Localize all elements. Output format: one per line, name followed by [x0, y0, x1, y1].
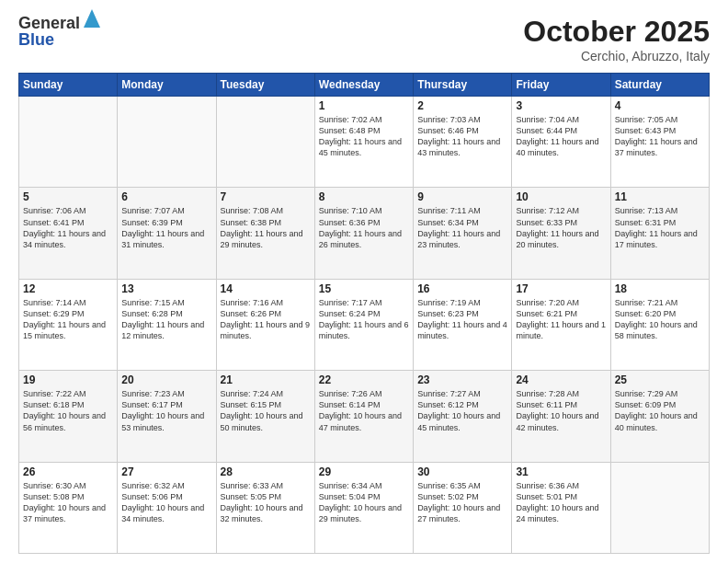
day-info: Sunrise: 7:05 AMSunset: 6:43 PMDaylight:… — [615, 114, 705, 159]
day-number: 10 — [516, 190, 606, 203]
day-info: Sunrise: 7:23 AMSunset: 6:17 PMDaylight:… — [121, 388, 211, 433]
day-info: Sunrise: 7:22 AMSunset: 6:18 PMDaylight:… — [23, 388, 113, 433]
calendar-cell: 21Sunrise: 7:24 AMSunset: 6:15 PMDayligh… — [216, 371, 314, 462]
day-info: Sunrise: 7:19 AMSunset: 6:23 PMDaylight:… — [417, 297, 507, 342]
day-number: 11 — [615, 190, 705, 203]
calendar-cell: 7Sunrise: 7:08 AMSunset: 6:38 PMDaylight… — [216, 188, 314, 279]
day-number: 20 — [121, 373, 211, 386]
calendar-cell: 23Sunrise: 7:27 AMSunset: 6:12 PMDayligh… — [414, 371, 512, 462]
day-info: Sunrise: 7:04 AMSunset: 6:44 PMDaylight:… — [516, 114, 606, 159]
day-info: Sunrise: 7:20 AMSunset: 6:21 PMDaylight:… — [516, 297, 606, 342]
calendar-cell: 11Sunrise: 7:13 AMSunset: 6:31 PMDayligh… — [610, 188, 709, 279]
day-info: Sunrise: 7:17 AMSunset: 6:24 PMDaylight:… — [319, 297, 409, 342]
calendar-cell: 9Sunrise: 7:11 AMSunset: 6:34 PMDaylight… — [414, 188, 512, 279]
calendar-cell — [118, 97, 216, 188]
weekday-header-saturday: Saturday — [610, 74, 709, 97]
day-info: Sunrise: 6:35 AMSunset: 5:02 PMDaylight:… — [417, 480, 507, 525]
day-info: Sunrise: 7:14 AMSunset: 6:29 PMDaylight:… — [23, 297, 113, 342]
day-number: 1 — [319, 99, 409, 112]
day-number: 28 — [221, 465, 311, 478]
logo-triangle-icon — [84, 9, 100, 28]
day-info: Sunrise: 7:13 AMSunset: 6:31 PMDaylight:… — [615, 205, 705, 250]
calendar-cell: 27Sunrise: 6:32 AMSunset: 5:06 PMDayligh… — [118, 462, 216, 553]
day-info: Sunrise: 7:06 AMSunset: 6:41 PMDaylight:… — [23, 205, 113, 250]
day-number: 15 — [319, 282, 409, 295]
calendar-table: SundayMondayTuesdayWednesdayThursdayFrid… — [18, 73, 710, 554]
calendar-cell: 29Sunrise: 6:34 AMSunset: 5:04 PMDayligh… — [314, 462, 413, 553]
calendar-cell: 28Sunrise: 6:33 AMSunset: 5:05 PMDayligh… — [216, 462, 314, 553]
title-block: October 2025 Cerchio, Abruzzo, Italy — [523, 15, 710, 63]
day-number: 17 — [516, 282, 606, 295]
weekday-header-sunday: Sunday — [19, 74, 118, 97]
calendar-cell: 4Sunrise: 7:05 AMSunset: 6:43 PMDaylight… — [610, 97, 709, 188]
calendar-cell: 22Sunrise: 7:26 AMSunset: 6:14 PMDayligh… — [314, 371, 413, 462]
calendar-cell: 15Sunrise: 7:17 AMSunset: 6:24 PMDayligh… — [314, 279, 413, 370]
day-number: 7 — [221, 190, 311, 203]
calendar-cell: 26Sunrise: 6:30 AMSunset: 5:08 PMDayligh… — [19, 462, 118, 553]
calendar-cell: 8Sunrise: 7:10 AMSunset: 6:36 PMDaylight… — [314, 188, 413, 279]
calendar-week-4: 19Sunrise: 7:22 AMSunset: 6:18 PMDayligh… — [19, 371, 710, 462]
calendar-cell — [216, 97, 314, 188]
header: General Blue October 2025 Cerchio, Abruz… — [18, 15, 710, 63]
day-info: Sunrise: 7:28 AMSunset: 6:11 PMDaylight:… — [516, 388, 606, 433]
calendar-cell: 10Sunrise: 7:12 AMSunset: 6:33 PMDayligh… — [512, 188, 610, 279]
calendar-cell: 2Sunrise: 7:03 AMSunset: 6:46 PMDaylight… — [414, 97, 512, 188]
logo-icon — [84, 9, 100, 31]
weekday-header-tuesday: Tuesday — [216, 74, 314, 97]
day-number: 3 — [516, 99, 606, 112]
day-info: Sunrise: 6:32 AMSunset: 5:06 PMDaylight:… — [121, 480, 211, 525]
calendar-week-1: 1Sunrise: 7:02 AMSunset: 6:48 PMDaylight… — [19, 97, 710, 188]
calendar-cell: 5Sunrise: 7:06 AMSunset: 6:41 PMDaylight… — [19, 188, 118, 279]
day-info: Sunrise: 6:36 AMSunset: 5:01 PMDaylight:… — [516, 480, 606, 525]
calendar-cell: 12Sunrise: 7:14 AMSunset: 6:29 PMDayligh… — [19, 279, 118, 370]
calendar-cell: 30Sunrise: 6:35 AMSunset: 5:02 PMDayligh… — [414, 462, 512, 553]
calendar-cell — [19, 97, 118, 188]
day-info: Sunrise: 7:02 AMSunset: 6:48 PMDaylight:… — [319, 114, 409, 159]
calendar-cell — [610, 462, 709, 553]
day-info: Sunrise: 7:07 AMSunset: 6:39 PMDaylight:… — [121, 205, 211, 250]
page: General Blue October 2025 Cerchio, Abruz… — [0, 0, 728, 563]
day-number: 16 — [417, 282, 507, 295]
day-number: 12 — [23, 282, 113, 295]
day-number: 8 — [319, 190, 409, 203]
weekday-header-wednesday: Wednesday — [314, 74, 413, 97]
day-number: 29 — [319, 465, 409, 478]
calendar-cell: 6Sunrise: 7:07 AMSunset: 6:39 PMDaylight… — [118, 188, 216, 279]
calendar-cell: 16Sunrise: 7:19 AMSunset: 6:23 PMDayligh… — [414, 279, 512, 370]
day-info: Sunrise: 6:34 AMSunset: 5:04 PMDaylight:… — [319, 480, 409, 525]
calendar-cell: 25Sunrise: 7:29 AMSunset: 6:09 PMDayligh… — [610, 371, 709, 462]
svg-marker-0 — [84, 9, 100, 28]
calendar-week-2: 5Sunrise: 7:06 AMSunset: 6:41 PMDaylight… — [19, 188, 710, 279]
day-number: 6 — [121, 190, 211, 203]
day-info: Sunrise: 7:26 AMSunset: 6:14 PMDaylight:… — [319, 388, 409, 433]
day-number: 25 — [615, 373, 705, 386]
day-number: 19 — [23, 373, 113, 386]
calendar-week-5: 26Sunrise: 6:30 AMSunset: 5:08 PMDayligh… — [19, 462, 710, 553]
day-number: 21 — [221, 373, 311, 386]
day-number: 24 — [516, 373, 606, 386]
day-number: 30 — [417, 465, 507, 478]
weekday-header-friday: Friday — [512, 74, 610, 97]
calendar-cell: 20Sunrise: 7:23 AMSunset: 6:17 PMDayligh… — [118, 371, 216, 462]
day-number: 13 — [121, 282, 211, 295]
day-number: 14 — [221, 282, 311, 295]
day-info: Sunrise: 7:29 AMSunset: 6:09 PMDaylight:… — [615, 388, 705, 433]
location: Cerchio, Abruzzo, Italy — [523, 49, 710, 63]
calendar-cell: 24Sunrise: 7:28 AMSunset: 6:11 PMDayligh… — [512, 371, 610, 462]
day-number: 5 — [23, 190, 113, 203]
day-info: Sunrise: 6:33 AMSunset: 5:05 PMDaylight:… — [221, 480, 311, 525]
month-title: October 2025 — [523, 15, 710, 49]
logo: General Blue — [18, 15, 100, 50]
weekday-header-thursday: Thursday — [414, 74, 512, 97]
day-info: Sunrise: 7:11 AMSunset: 6:34 PMDaylight:… — [417, 205, 507, 250]
day-info: Sunrise: 7:15 AMSunset: 6:28 PMDaylight:… — [121, 297, 211, 342]
day-info: Sunrise: 7:10 AMSunset: 6:36 PMDaylight:… — [319, 205, 409, 250]
day-number: 4 — [615, 99, 705, 112]
calendar-cell: 3Sunrise: 7:04 AMSunset: 6:44 PMDaylight… — [512, 97, 610, 188]
day-number: 22 — [319, 373, 409, 386]
day-info: Sunrise: 6:30 AMSunset: 5:08 PMDaylight:… — [23, 480, 113, 525]
day-info: Sunrise: 7:12 AMSunset: 6:33 PMDaylight:… — [516, 205, 606, 250]
logo-blue: Blue — [18, 30, 54, 49]
day-info: Sunrise: 7:24 AMSunset: 6:15 PMDaylight:… — [221, 388, 311, 433]
logo-text-block: General Blue — [18, 15, 100, 50]
